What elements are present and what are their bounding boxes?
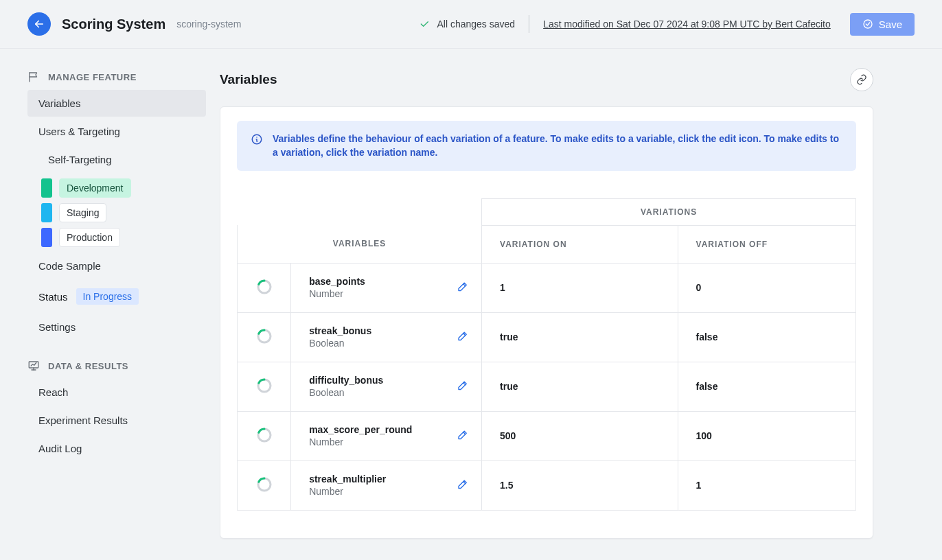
save-button[interactable]: Save — [850, 13, 915, 36]
status-badge: In Progress — [76, 288, 139, 305]
variable-name-cell: difficulty_bonus Boolean — [291, 362, 482, 411]
back-button[interactable] — [27, 12, 51, 36]
table-row: streak_bonus Boolean true false — [238, 312, 856, 362]
panel-title: Variables — [220, 72, 277, 87]
variable-name-cell: streak_bonus Boolean — [291, 312, 482, 362]
variables-table: VARIATIONS VARIABLES VARIATION ON VARIAT… — [237, 198, 856, 511]
table-row: streak_multiplier Number 1.5 1 — [238, 460, 856, 510]
edit-variable-button[interactable] — [457, 330, 469, 345]
variable-status-cell — [238, 362, 291, 411]
sidebar-item-users-targeting[interactable]: Users & Targeting — [27, 118, 206, 145]
info-banner: Variables define the behaviour of each v… — [237, 121, 856, 171]
variable-name-cell: base_points Number — [291, 263, 482, 312]
variables-card: Variables define the behaviour of each v… — [220, 106, 873, 539]
env-color-swatch — [41, 178, 52, 198]
topbar: Scoring System scoring-system All change… — [0, 0, 942, 49]
sidebar-item-label: Self-Targeting — [48, 154, 112, 165]
check-icon — [419, 19, 430, 30]
sidebar-section-label: MANAGE FEATURE — [48, 72, 137, 82]
variable-name: streak_bonus — [309, 325, 463, 336]
table-row: difficulty_bonus Boolean true false — [238, 362, 856, 411]
sidebar: MANAGE FEATURE Variables Users & Targeti… — [0, 49, 220, 560]
edit-variable-button[interactable] — [457, 478, 469, 493]
copy-link-button[interactable] — [850, 68, 873, 91]
variation-on-value: true — [482, 362, 678, 411]
table-header-variations: VARIATIONS — [482, 198, 856, 225]
sidebar-section-manage-feature: MANAGE FEATURE — [0, 65, 220, 89]
saved-status-label: All changes saved — [437, 19, 515, 30]
sidebar-section-data-results: DATA & RESULTS — [0, 354, 220, 377]
sidebar-item-audit-log[interactable]: Audit Log — [27, 435, 206, 462]
variation-off-value: 1 — [678, 460, 855, 510]
sidebar-item-env-development[interactable]: Development — [41, 178, 206, 198]
sidebar-item-label: Audit Log — [38, 443, 82, 454]
variable-status-cell — [238, 263, 291, 312]
partial-ring-icon — [256, 476, 273, 493]
env-color-swatch — [41, 228, 52, 247]
sidebar-section-label: DATA & RESULTS — [48, 361, 128, 371]
sidebar-item-reach[interactable]: Reach — [27, 379, 206, 406]
partial-ring-icon — [256, 427, 273, 443]
info-banner-text: Variables define the behaviour of each v… — [273, 132, 842, 160]
partial-ring-icon — [256, 377, 273, 394]
link-icon — [856, 74, 867, 85]
edit-icon — [457, 478, 469, 491]
variable-status-cell — [238, 460, 291, 510]
variation-on-value: 1 — [482, 263, 678, 312]
sidebar-item-variables[interactable]: Variables — [27, 90, 206, 117]
variable-name: max_score_per_round — [309, 424, 463, 435]
variation-off-value: false — [678, 312, 855, 362]
status-label: Status — [38, 291, 68, 303]
sidebar-item-env-staging[interactable]: Staging — [41, 203, 206, 222]
edit-variable-button[interactable] — [457, 380, 469, 394]
partial-ring-icon — [256, 279, 273, 295]
info-icon — [251, 133, 263, 145]
feature-slug: scoring-system — [176, 19, 241, 30]
sidebar-item-settings[interactable]: Settings — [27, 314, 206, 340]
env-label: Development — [59, 178, 131, 198]
presentation-chart-icon — [27, 360, 40, 372]
feature-title: Scoring System — [62, 16, 165, 32]
last-modified-link[interactable]: Last modified on Sat Dec 07 2024 at 9:08… — [543, 19, 831, 30]
env-label: Staging — [59, 203, 106, 222]
sidebar-item-label: Variables — [38, 97, 80, 109]
table-header-variation-off[interactable]: VARIATION OFF — [678, 225, 855, 263]
table-header-variation-on[interactable]: VARIATION ON — [482, 225, 678, 263]
env-label: Production — [59, 228, 120, 247]
sidebar-item-label: Users & Targeting — [38, 126, 120, 137]
sidebar-item-label: Experiment Results — [38, 415, 128, 426]
variable-type: Number — [309, 436, 463, 447]
sidebar-item-self-targeting[interactable]: Self-Targeting — [37, 146, 206, 173]
variable-name: streak_multiplier — [309, 474, 463, 485]
sidebar-item-env-production[interactable]: Production — [41, 228, 206, 247]
variation-on-value: 500 — [482, 411, 678, 460]
edit-icon — [457, 380, 469, 392]
variable-type: Boolean — [309, 338, 463, 349]
sidebar-item-experiment-results[interactable]: Experiment Results — [27, 407, 206, 434]
edit-icon — [457, 281, 469, 293]
sidebar-item-status[interactable]: Status In Progress — [27, 281, 206, 312]
flag-icon — [27, 71, 40, 83]
variation-off-value: false — [678, 362, 855, 411]
variable-name-cell: streak_multiplier Number — [291, 460, 482, 510]
variable-status-cell — [238, 411, 291, 460]
main-panel: Variables Variables define the behaviour… — [220, 49, 942, 560]
edit-icon — [457, 330, 469, 342]
sidebar-item-label: Settings — [38, 321, 76, 333]
partial-ring-icon — [256, 328, 273, 345]
sidebar-item-code-sample[interactable]: Code Sample — [27, 253, 206, 279]
sidebar-item-label: Code Sample — [38, 260, 101, 272]
table-row: max_score_per_round Number 500 100 — [238, 411, 856, 460]
sidebar-item-label: Reach — [38, 386, 68, 398]
edit-variable-button[interactable] — [457, 429, 469, 443]
arrow-left-icon — [33, 18, 45, 30]
env-color-swatch — [41, 203, 52, 222]
variable-name: base_points — [309, 276, 463, 287]
svg-point-0 — [864, 20, 872, 28]
edit-icon — [457, 429, 469, 441]
variation-on-value: 1.5 — [482, 460, 678, 510]
table-row: base_points Number 1 0 — [238, 263, 856, 312]
edit-variable-button[interactable] — [457, 281, 469, 295]
variation-off-value: 100 — [678, 411, 855, 460]
variable-type: Boolean — [309, 387, 463, 398]
